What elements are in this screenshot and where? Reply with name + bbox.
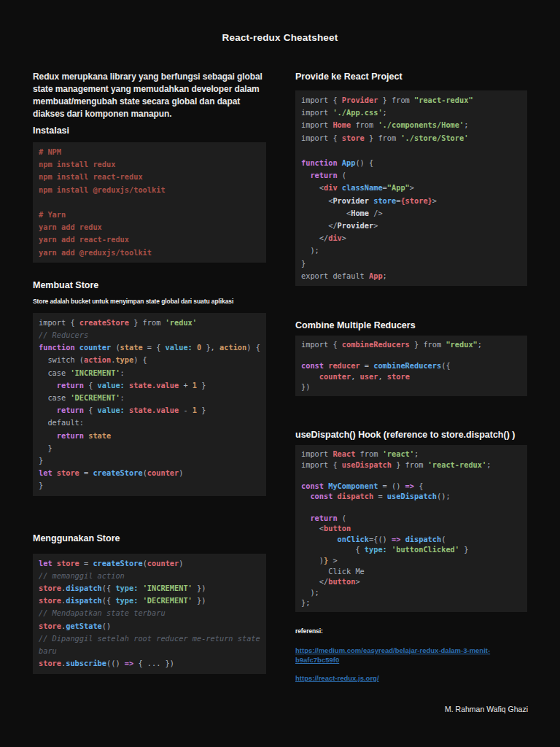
- code-line: import { combineReducers } from "redux";: [301, 339, 521, 350]
- code-token: type:: [115, 584, 138, 592]
- code-token: = (): [378, 481, 405, 490]
- code-token: ) {: [246, 343, 260, 352]
- reference-link[interactable]: https://react-redux.js.org/: [295, 673, 523, 683]
- code-token: </: [301, 577, 328, 586]
- code-token: 'react-redux': [428, 460, 487, 469]
- code-line: onClick={() => dispatch(: [301, 534, 521, 545]
- reference-link[interactable]: https://medium.com/easyread/belajar-redu…: [295, 646, 523, 665]
- code-token: </: [301, 221, 338, 230]
- code-line: <div className="App">: [301, 182, 521, 194]
- code-token: store: [57, 559, 79, 568]
- code-token: value:: [166, 343, 192, 352]
- code-line: [39, 196, 260, 209]
- code-token: # Yarn: [39, 210, 66, 219]
- code-token: }: [301, 259, 306, 268]
- code-token: ({: [102, 596, 116, 605]
- code-token: },: [201, 343, 219, 352]
- code-token: }: [197, 381, 206, 390]
- code-token: 'react': [383, 449, 414, 458]
- code-line: );: [301, 587, 521, 598]
- code-token: import: [301, 120, 332, 129]
- code-token: </: [301, 233, 328, 242]
- code-line: }: [39, 454, 260, 467]
- code-token: App: [342, 158, 356, 167]
- code-token: from: [355, 449, 382, 458]
- code-token: button: [324, 524, 351, 533]
- code-block: import { createStore } from 'redux'// Re…: [33, 313, 266, 496]
- code-token: import: [301, 449, 332, 458]
- code-token: counter: [79, 343, 111, 352]
- code-line: import { createStore } from 'redux': [39, 317, 260, 329]
- code-token: // memanggil action: [39, 571, 125, 580]
- code-token: ();: [437, 492, 451, 500]
- code-token: store: [57, 468, 79, 477]
- code-token: App: [369, 271, 383, 280]
- code-line: // Dipanggil setelah root reducer me-ret…: [39, 632, 260, 645]
- code-token: return: [301, 171, 338, 179]
- code-token: // Reducers: [39, 330, 88, 339]
- code-token: onClick: [338, 535, 369, 543]
- heading-usedispatch-hook-reference-to-store-dispatch: useDispatch() Hook (reference to store.d…: [295, 429, 527, 441]
- code-token: {: [414, 481, 423, 490]
- note-text: referensi:: [295, 627, 527, 635]
- code-token: let: [39, 559, 57, 568]
- code-token: ): [179, 468, 183, 477]
- code-line: import { useDispatch } from 'react-redux…: [301, 460, 521, 471]
- code-token: >: [410, 183, 414, 192]
- code-token: }: [39, 444, 52, 452]
- code-token: npm install redux: [39, 160, 115, 169]
- code-token: createStore: [79, 318, 129, 327]
- code-token: store: [39, 584, 61, 592]
- code-token: './components/Home': [378, 120, 464, 129]
- code-token: }): [192, 584, 206, 592]
- code-token: const: [301, 481, 328, 490]
- code-token: function: [39, 343, 79, 352]
- code-token: ;: [414, 449, 419, 458]
- author-footer: M. Rahman Wafiq Ghazi: [445, 705, 528, 713]
- code-token: :: [120, 368, 125, 377]
- code-token: } from: [129, 318, 166, 327]
- code-line: Click Me: [301, 566, 521, 577]
- document-page: React-redux Cheatsheet Redux merupkana l…: [0, 0, 560, 747]
- code-token: type:: [115, 596, 138, 605]
- code-token: "redux": [446, 340, 477, 349]
- code-token: "App": [387, 183, 410, 192]
- code-token: combineReducers: [342, 340, 410, 349]
- code-token: store: [342, 133, 365, 142]
- code-line: );: [301, 244, 521, 257]
- code-token: (: [338, 514, 346, 522]
- code-token: store: [387, 372, 410, 381]
- code-line: </div>: [301, 232, 521, 244]
- code-token: user: [360, 372, 378, 381]
- code-block: import { combineReducers } from "redux";…: [295, 336, 527, 396]
- code-token: Home: [351, 209, 369, 217]
- left-column: Redux merupkana library yang berfungsi s…: [33, 71, 266, 674]
- code-token: ={(): [369, 535, 392, 543]
- code-token: store: [39, 596, 61, 605]
- code-token: dispatch: [405, 535, 442, 543]
- code-token: (): [102, 622, 111, 630]
- code-line: import './App.css';: [301, 107, 521, 119]
- code-line: let store = createStore(counter): [39, 467, 260, 479]
- code-line: store.getState(): [39, 620, 260, 632]
- code-token: button: [328, 577, 355, 586]
- code-token: dispatch: [66, 584, 102, 592]
- code-block: let store = createStore(counter)// meman…: [33, 554, 266, 674]
- code-token: Home: [332, 120, 351, 129]
- code-token: {: [84, 381, 98, 390]
- code-token: yarn add @reduxjs/toolkit: [39, 248, 152, 257]
- intro-paragraph: Redux merupkana library yang berfungsi s…: [33, 71, 266, 120]
- code-token: >: [328, 556, 337, 565]
- code-line: return state: [39, 430, 260, 442]
- code-line: function App() {: [301, 157, 521, 169]
- code-token: createStore: [93, 559, 142, 568]
- code-token: className: [342, 183, 383, 192]
- code-token: // Mendapatkan state terbaru: [39, 608, 166, 617]
- code-line: return (: [301, 513, 521, 524]
- code-token: MyComponent: [328, 481, 378, 490]
- code-line: }): [301, 382, 521, 392]
- code-token: } from: [410, 340, 446, 349]
- code-token: type: [115, 355, 133, 364]
- code-token: import {: [301, 460, 342, 469]
- code-token: import {: [301, 133, 342, 142]
